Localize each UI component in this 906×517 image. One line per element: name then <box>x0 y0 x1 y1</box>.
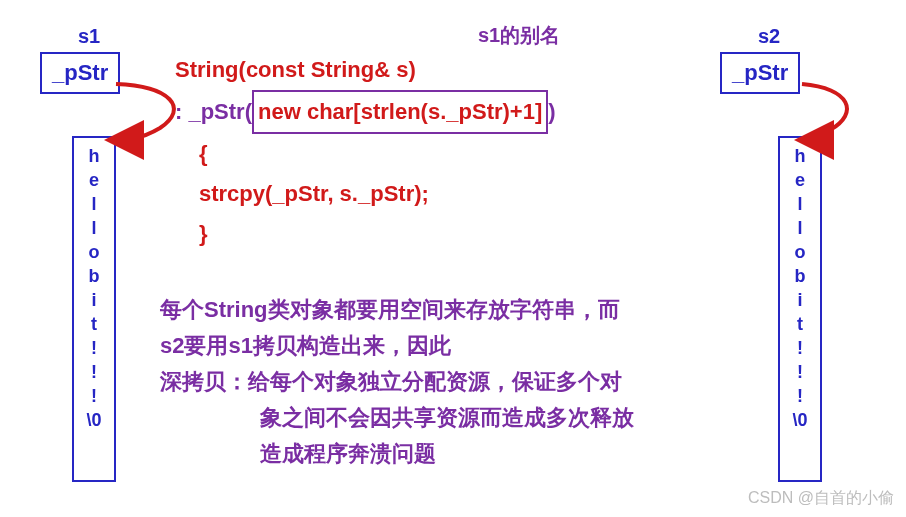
s1-memory-box: hellobit!!!\0 <box>72 136 116 482</box>
alias-label: s1的别名 <box>478 22 560 49</box>
memory-char: b <box>74 264 114 288</box>
memory-char: ! <box>74 336 114 360</box>
code-block: String(const String& s) : _pStr(new char… <box>175 50 715 254</box>
memory-char: h <box>780 144 820 168</box>
memory-char: l <box>74 216 114 240</box>
new-char-expr: new char[strlen(s._pStr)+1] <box>252 90 548 134</box>
memory-char: l <box>74 192 114 216</box>
s1-ptr-box: _pStr <box>40 52 120 94</box>
memory-char: e <box>74 168 114 192</box>
description-block: 每个String类对象都要用空间来存放字符串，而 s2要用s1拷贝构造出来，因此… <box>160 292 720 472</box>
memory-char: ! <box>74 384 114 408</box>
memory-char: ! <box>780 336 820 360</box>
code-line4: strcpy(_pStr, s._pStr); <box>175 174 715 214</box>
code-line5: } <box>175 214 715 254</box>
desc-l3: 深拷贝：给每个对象独立分配资源，保证多个对 <box>160 364 720 400</box>
memory-char: h <box>74 144 114 168</box>
code-line3: { <box>175 134 715 174</box>
memory-char: l <box>780 216 820 240</box>
desc-l4: 象之间不会因共享资源而造成多次释放 <box>160 400 720 436</box>
s2-ptr-box: _pStr <box>720 52 800 94</box>
memory-char: ! <box>780 384 820 408</box>
memory-char: t <box>74 312 114 336</box>
s2-memory-box: hellobit!!!\0 <box>778 136 822 482</box>
watermark: CSDN @自首的小偷 <box>748 488 894 509</box>
memory-char: b <box>780 264 820 288</box>
s2-label: s2 <box>758 25 780 48</box>
code-line2-c: ) <box>548 99 555 124</box>
memory-char: \0 <box>780 408 820 432</box>
memory-char: l <box>780 192 820 216</box>
memory-char: ! <box>780 360 820 384</box>
memory-char: o <box>780 240 820 264</box>
memory-char: i <box>74 288 114 312</box>
memory-char: o <box>74 240 114 264</box>
s1-label: s1 <box>78 25 100 48</box>
memory-char: t <box>780 312 820 336</box>
memory-char: \0 <box>74 408 114 432</box>
code-line2-a: : _pStr( <box>175 99 252 124</box>
memory-char: i <box>780 288 820 312</box>
desc-l1: 每个String类对象都要用空间来存放字符串，而 <box>160 292 720 328</box>
memory-char: ! <box>74 360 114 384</box>
memory-char: e <box>780 168 820 192</box>
desc-l5: 造成程序奔溃问题 <box>160 436 720 472</box>
code-line2: : _pStr(new char[strlen(s._pStr)+1]) <box>175 90 715 134</box>
desc-l2: s2要用s1拷贝构造出来，因此 <box>160 328 720 364</box>
code-line1: String(const String& s) <box>175 50 715 90</box>
